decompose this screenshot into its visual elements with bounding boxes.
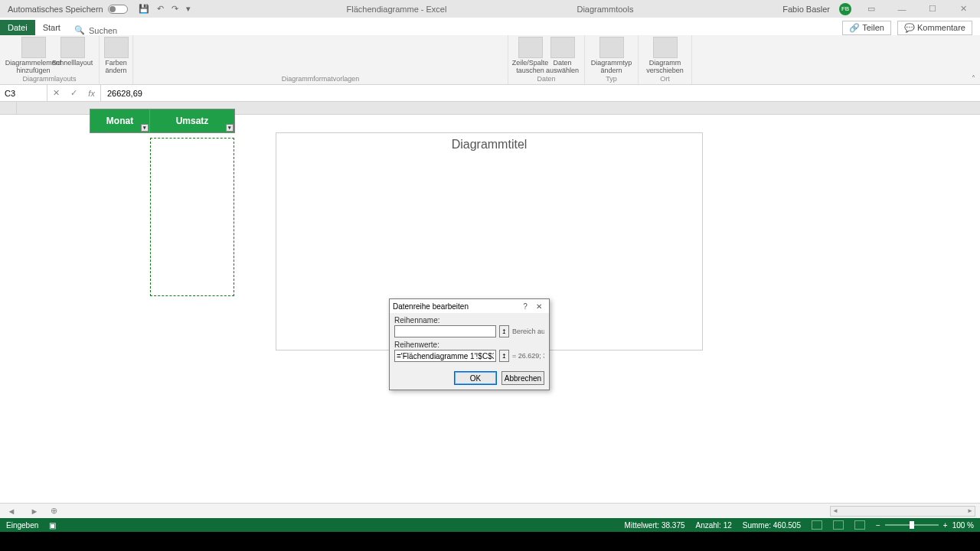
- series-name-hint: Bereich auswählen: [512, 328, 544, 335]
- cancel-formula-icon[interactable]: ✕: [53, 88, 60, 98]
- ribbon-tabs: Datei Start 🔍 Suchen 🔗 Teilen 💬 Kommenta…: [0, 18, 980, 35]
- autosave-toggle[interactable]: [108, 5, 128, 14]
- enter-formula-icon[interactable]: ✓: [70, 88, 77, 98]
- group-label-type: Typ: [606, 75, 617, 83]
- search-icon: 🔍: [74, 25, 85, 35]
- col-header-month[interactable]: Monat▾: [90, 109, 150, 132]
- sheet-nav-prev-icon[interactable]: ◄: [8, 507, 16, 516]
- dialog-close-icon[interactable]: ✕: [532, 302, 546, 311]
- chart-title[interactable]: Diagrammtitel: [276, 133, 702, 153]
- group-label-styles: Diagrammformatvorlagen: [282, 75, 360, 83]
- series-values-preview: = 26.629; 31...: [512, 352, 544, 360]
- filter-dropdown-icon[interactable]: ▾: [226, 124, 234, 132]
- autosave-label: Automatisches Speichern: [8, 5, 103, 14]
- series-values-label: Reihenwerte:: [394, 341, 439, 349]
- ribbon: Diagrammelement hinzufügen Schnelllayout…: [0, 35, 980, 85]
- close-icon[interactable]: ✕: [952, 4, 974, 14]
- macro-record-icon[interactable]: ▣: [49, 521, 56, 530]
- status-bar: Eingeben ▣ Mittelwert: 38.375 Anzahl: 12…: [0, 518, 980, 532]
- area-series: [315, 160, 686, 305]
- share-button[interactable]: 🔗 Teilen: [842, 21, 891, 35]
- maximize-icon[interactable]: ☐: [922, 4, 943, 14]
- titlebar: Automatisches Speichern 💾 ↶ ↷ ▾ Flächend…: [0, 0, 980, 18]
- formula-bar: C3 ✕ ✓ fx 26628,69: [0, 85, 980, 102]
- help-icon[interactable]: ?: [518, 302, 532, 311]
- collapse-ribbon-icon[interactable]: ˄: [972, 74, 975, 83]
- minimize-icon[interactable]: —: [891, 5, 913, 14]
- fx-icon[interactable]: fx: [88, 89, 95, 98]
- tell-me-search[interactable]: 🔍 Suchen: [74, 25, 117, 35]
- dialog-title: Datenreihe bearbeiten: [393, 302, 518, 311]
- edit-series-dialog: Datenreihe bearbeiten ? ✕ Reihenname: ↥ …: [389, 298, 550, 390]
- redo-icon[interactable]: ↷: [172, 4, 178, 14]
- switch-row-col-button[interactable]: Zeile/Spalte tauschen: [516, 37, 545, 75]
- zoom-level[interactable]: 100 %: [952, 521, 974, 530]
- zoom-out-icon[interactable]: −: [876, 521, 880, 530]
- mode-indicator: Eingeben: [6, 521, 38, 530]
- move-chart-button[interactable]: Diagramm verschieben: [644, 37, 687, 75]
- select-all-corner[interactable]: [0, 102, 17, 114]
- view-normal-icon[interactable]: [812, 520, 822, 530]
- worksheet[interactable]: Monat▾ Umsatz▾ Diagrammtitel Datenreihe …: [0, 102, 980, 503]
- group-label-layouts: Diagrammlayouts: [22, 75, 76, 83]
- name-box[interactable]: C3: [0, 85, 47, 101]
- filter-dropdown-icon[interactable]: ▾: [141, 124, 149, 132]
- sheet-nav-next-icon[interactable]: ►: [31, 507, 39, 516]
- new-sheet-button[interactable]: ⊕: [46, 506, 61, 516]
- ribbon-options-icon[interactable]: ▭: [861, 4, 882, 14]
- select-data-button[interactable]: Daten auswählen: [548, 37, 577, 75]
- range-picker-icon[interactable]: ↥: [499, 350, 509, 362]
- document-title: Flächendiagramme - Excel: [347, 5, 447, 14]
- series-name-label: Reihenname:: [394, 316, 439, 324]
- user-avatar[interactable]: FB: [839, 3, 851, 15]
- series-name-input[interactable]: [394, 325, 496, 337]
- undo-icon[interactable]: ↶: [157, 4, 164, 14]
- data-table: Monat▾ Umsatz▾: [90, 109, 235, 133]
- horizontal-scrollbar[interactable]: ◄►: [830, 506, 975, 517]
- series-values-input[interactable]: [394, 350, 496, 362]
- formula-input[interactable]: 26628,69: [101, 89, 149, 98]
- zoom-slider[interactable]: [885, 524, 939, 526]
- sheet-tab-bar: ◄ ► ⊕ ◄►: [0, 503, 980, 518]
- zoom-in-icon[interactable]: +: [943, 521, 948, 530]
- view-pagebreak-icon[interactable]: [854, 520, 865, 530]
- comments-button[interactable]: 💬 Kommentare: [897, 21, 972, 35]
- save-icon[interactable]: 💾: [139, 4, 149, 14]
- user-name: Fabio Basler: [782, 5, 830, 14]
- change-colors-button[interactable]: Farben ändern: [102, 37, 131, 75]
- quick-layout-button[interactable]: Schnelllayout: [58, 37, 87, 67]
- selection-ants: [150, 138, 234, 296]
- group-label-loc: Ort: [660, 75, 670, 83]
- view-pagelayout-icon[interactable]: [833, 520, 844, 530]
- tab-start[interactable]: Start: [35, 20, 68, 35]
- qat-more-icon[interactable]: ▾: [186, 4, 191, 14]
- group-label-data: Daten: [537, 75, 555, 83]
- cancel-button[interactable]: Abbrechen: [501, 371, 544, 385]
- change-chart-type-button[interactable]: Diagrammtyp ändern: [590, 37, 633, 75]
- col-header-umsatz[interactable]: Umsatz▾: [150, 109, 234, 132]
- context-tool-title: Diagrammtools: [577, 5, 633, 14]
- ok-button[interactable]: OK: [454, 371, 497, 385]
- range-picker-icon[interactable]: ↥: [499, 325, 509, 337]
- tab-file[interactable]: Datei: [0, 20, 35, 35]
- plot-area[interactable]: [315, 160, 686, 305]
- add-chart-element-button[interactable]: Diagrammelement hinzufügen: [12, 37, 55, 75]
